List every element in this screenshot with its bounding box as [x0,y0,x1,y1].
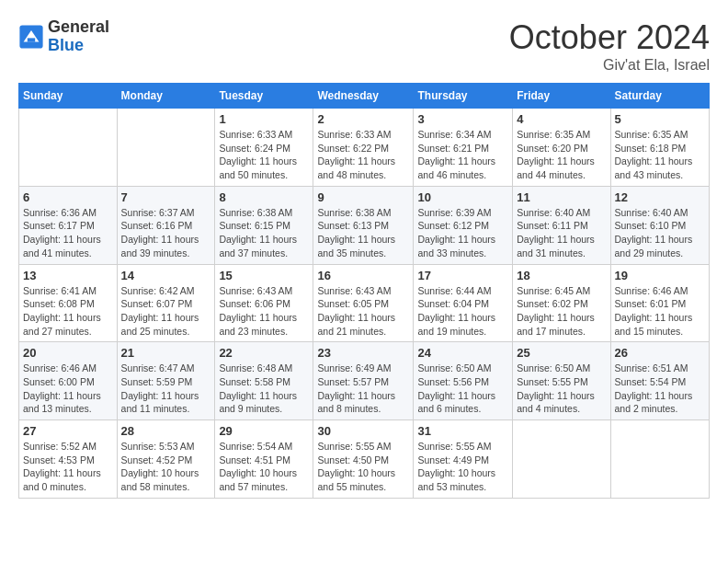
day-number: 12 [615,190,705,204]
calendar-cell: 16Sunrise: 6:43 AM Sunset: 6:05 PM Dayli… [313,264,414,342]
week-row-5: 27Sunrise: 5:52 AM Sunset: 4:53 PM Dayli… [19,420,710,499]
day-number: 3 [417,112,508,126]
day-number: 11 [517,190,606,204]
day-info: Sunrise: 6:41 AM Sunset: 6:08 PM Dayligh… [23,284,113,339]
calendar-cell: 9Sunrise: 6:38 AM Sunset: 6:13 PM Daylig… [313,186,414,264]
calendar-cell: 31Sunrise: 5:55 AM Sunset: 4:49 PM Dayli… [414,420,513,499]
day-info: Sunrise: 6:36 AM Sunset: 6:17 PM Dayligh… [23,206,113,260]
calendar-cell: 29Sunrise: 5:54 AM Sunset: 4:51 PM Dayli… [215,420,313,499]
day-number: 22 [219,346,309,360]
day-number: 14 [121,269,211,282]
week-row-1: 1Sunrise: 6:33 AM Sunset: 6:24 PM Daylig… [19,109,710,187]
day-number: 10 [417,190,508,204]
day-number: 23 [317,346,409,360]
day-info: Sunrise: 6:44 AM Sunset: 6:04 PM Dayligh… [417,284,508,339]
calendar-cell: 2Sunrise: 6:33 AM Sunset: 6:22 PM Daylig… [313,109,414,187]
day-number: 21 [121,346,211,360]
week-row-2: 6Sunrise: 6:36 AM Sunset: 6:17 PM Daylig… [19,186,710,264]
calendar-cell: 3Sunrise: 6:34 AM Sunset: 6:21 PM Daylig… [414,109,513,187]
day-number: 1 [219,112,309,126]
day-info: Sunrise: 6:40 AM Sunset: 6:10 PM Dayligh… [615,206,705,260]
calendar-cell [513,420,610,499]
day-number: 26 [615,346,705,360]
calendar-cell: 7Sunrise: 6:37 AM Sunset: 6:16 PM Daylig… [117,186,215,264]
day-info: Sunrise: 6:40 AM Sunset: 6:11 PM Dayligh… [517,206,606,260]
calendar-cell: 5Sunrise: 6:35 AM Sunset: 6:18 PM Daylig… [610,109,709,187]
logo-icon [18,24,44,50]
day-number: 8 [219,190,309,204]
calendar-cell: 10Sunrise: 6:39 AM Sunset: 6:12 PM Dayli… [414,186,513,264]
calendar-cell: 11Sunrise: 6:40 AM Sunset: 6:11 PM Dayli… [513,186,610,264]
day-number: 2 [317,112,409,126]
header-cell-saturday: Saturday [610,84,709,109]
calendar-cell: 20Sunrise: 6:46 AM Sunset: 6:00 PM Dayli… [19,342,118,420]
day-info: Sunrise: 6:38 AM Sunset: 6:15 PM Dayligh… [219,206,309,260]
calendar-cell: 19Sunrise: 6:46 AM Sunset: 6:01 PM Dayli… [610,264,709,342]
calendar-cell: 26Sunrise: 6:51 AM Sunset: 5:54 PM Dayli… [610,342,709,420]
day-number: 25 [517,346,606,360]
calendar-cell: 6Sunrise: 6:36 AM Sunset: 6:17 PM Daylig… [19,186,118,264]
header-cell-wednesday: Wednesday [313,84,414,109]
calendar-cell: 4Sunrise: 6:35 AM Sunset: 6:20 PM Daylig… [513,109,610,187]
calendar-cell: 22Sunrise: 6:48 AM Sunset: 5:58 PM Dayli… [215,342,313,420]
calendar-cell: 30Sunrise: 5:55 AM Sunset: 4:50 PM Dayli… [313,420,414,499]
calendar-cell [610,420,709,499]
day-number: 6 [23,190,113,204]
calendar-cell: 27Sunrise: 5:52 AM Sunset: 4:53 PM Dayli… [19,420,118,499]
month-title: October 2024 [509,18,710,57]
header-row: SundayMondayTuesdayWednesdayThursdayFrid… [19,84,710,109]
day-info: Sunrise: 6:42 AM Sunset: 6:07 PM Dayligh… [121,284,211,339]
calendar-cell: 25Sunrise: 6:50 AM Sunset: 5:55 PM Dayli… [513,342,610,420]
calendar-cell: 28Sunrise: 5:53 AM Sunset: 4:52 PM Dayli… [117,420,215,499]
day-info: Sunrise: 6:50 AM Sunset: 5:55 PM Dayligh… [517,362,606,416]
day-number: 29 [219,424,309,438]
day-info: Sunrise: 6:43 AM Sunset: 6:06 PM Dayligh… [219,284,309,339]
day-number: 17 [417,269,508,282]
calendar-table: SundayMondayTuesdayWednesdayThursdayFrid… [18,83,710,499]
day-info: Sunrise: 5:53 AM Sunset: 4:52 PM Dayligh… [121,440,211,494]
day-info: Sunrise: 5:54 AM Sunset: 4:51 PM Dayligh… [219,440,309,494]
day-info: Sunrise: 6:48 AM Sunset: 5:58 PM Dayligh… [219,362,309,416]
calendar-cell: 1Sunrise: 6:33 AM Sunset: 6:24 PM Daylig… [215,109,313,187]
day-info: Sunrise: 5:55 AM Sunset: 4:49 PM Dayligh… [417,440,508,494]
day-number: 24 [417,346,508,360]
header-cell-thursday: Thursday [414,84,513,109]
day-number: 19 [615,269,705,282]
logo-blue: Blue [48,37,109,55]
day-info: Sunrise: 6:46 AM Sunset: 6:01 PM Dayligh… [615,284,705,339]
day-number: 9 [317,190,409,204]
page-header: General Blue October 2024 Giv'at Ela, Is… [18,18,710,74]
calendar-cell: 8Sunrise: 6:38 AM Sunset: 6:15 PM Daylig… [215,186,313,264]
header-cell-tuesday: Tuesday [215,84,313,109]
day-info: Sunrise: 6:51 AM Sunset: 5:54 PM Dayligh… [615,362,705,416]
week-row-3: 13Sunrise: 6:41 AM Sunset: 6:08 PM Dayli… [19,264,710,342]
day-number: 28 [121,424,211,438]
day-number: 15 [219,269,309,282]
calendar-cell: 13Sunrise: 6:41 AM Sunset: 6:08 PM Dayli… [19,264,118,342]
day-info: Sunrise: 6:34 AM Sunset: 6:21 PM Dayligh… [417,128,508,182]
calendar-cell: 12Sunrise: 6:40 AM Sunset: 6:10 PM Dayli… [610,186,709,264]
header-cell-monday: Monday [117,84,215,109]
day-info: Sunrise: 6:50 AM Sunset: 5:56 PM Dayligh… [417,362,508,416]
day-info: Sunrise: 6:47 AM Sunset: 5:59 PM Dayligh… [121,362,211,416]
day-number: 5 [615,112,705,126]
header-cell-friday: Friday [513,84,610,109]
day-info: Sunrise: 6:33 AM Sunset: 6:24 PM Dayligh… [219,128,309,182]
logo-text: General Blue [48,18,109,55]
day-number: 7 [121,190,211,204]
logo-general: General [48,18,109,37]
logo: General Blue [18,18,109,55]
day-info: Sunrise: 5:52 AM Sunset: 4:53 PM Dayligh… [23,440,113,494]
day-number: 16 [317,269,409,282]
calendar-cell: 23Sunrise: 6:49 AM Sunset: 5:57 PM Dayli… [313,342,414,420]
day-info: Sunrise: 5:55 AM Sunset: 4:50 PM Dayligh… [317,440,409,494]
calendar-cell: 14Sunrise: 6:42 AM Sunset: 6:07 PM Dayli… [117,264,215,342]
day-info: Sunrise: 6:35 AM Sunset: 6:20 PM Dayligh… [517,128,606,182]
calendar-cell [19,109,118,187]
day-info: Sunrise: 6:49 AM Sunset: 5:57 PM Dayligh… [317,362,409,416]
week-row-4: 20Sunrise: 6:46 AM Sunset: 6:00 PM Dayli… [19,342,710,420]
day-info: Sunrise: 6:37 AM Sunset: 6:16 PM Dayligh… [121,206,211,260]
calendar-cell: 17Sunrise: 6:44 AM Sunset: 6:04 PM Dayli… [414,264,513,342]
day-number: 18 [517,269,606,282]
calendar-cell: 15Sunrise: 6:43 AM Sunset: 6:06 PM Dayli… [215,264,313,342]
